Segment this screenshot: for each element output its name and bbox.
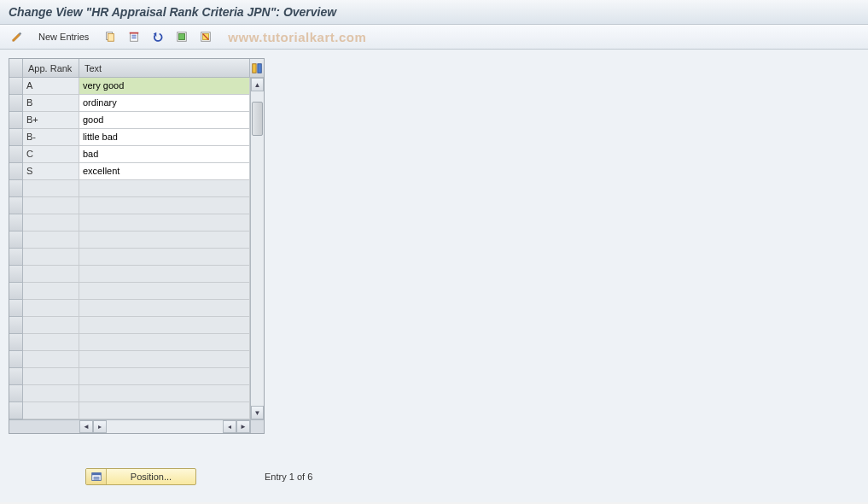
table-row	[9, 317, 250, 334]
horizontal-scrollbar[interactable]: ◄ ▸ ◂ ►	[79, 419, 250, 433]
scroll-left-icon[interactable]: ◄	[79, 420, 93, 433]
scroll-track[interactable]	[251, 91, 264, 406]
position-button[interactable]: Position...	[85, 468, 196, 485]
grid-configure-icon[interactable]	[250, 59, 264, 78]
cell-text[interactable]	[79, 197, 250, 214]
hscroll-spacer	[9, 419, 79, 433]
vertical-scrollbar[interactable]: ▲ ▼	[250, 78, 264, 419]
cell-text[interactable]	[79, 351, 250, 368]
cell-rank[interactable]: B	[23, 95, 79, 112]
cell-text[interactable]: bad	[79, 146, 250, 163]
table-row	[9, 197, 250, 214]
cell-rank[interactable]	[23, 231, 79, 249]
cell-text[interactable]: good	[79, 112, 250, 129]
row-selector[interactable]	[9, 146, 23, 163]
scroll-left-inner-icon[interactable]: ▸	[93, 420, 107, 433]
grid-select-all-corner[interactable]	[9, 59, 23, 78]
scroll-right-icon[interactable]: ►	[236, 420, 250, 433]
deselect-all-icon[interactable]	[195, 28, 216, 45]
row-selector[interactable]	[9, 266, 23, 283]
cell-rank[interactable]	[23, 351, 79, 368]
cell-rank[interactable]	[23, 385, 79, 402]
grid-body: Avery goodBordinaryB+goodB-little badCba…	[9, 78, 250, 419]
cell-rank[interactable]	[23, 334, 79, 351]
row-selector[interactable]	[9, 334, 23, 351]
content-area: App. Rank Text Avery goodBordinaryB+good…	[0, 50, 868, 502]
cell-text[interactable]	[79, 317, 250, 334]
row-selector[interactable]	[9, 231, 23, 249]
column-header-rank[interactable]: App. Rank	[23, 59, 79, 78]
column-header-text[interactable]: Text	[79, 59, 250, 78]
table-row: Cbad	[9, 146, 250, 163]
svg-rect-5	[179, 34, 185, 40]
cell-text[interactable]: excellent	[79, 163, 250, 180]
toggle-change-icon[interactable]	[7, 28, 27, 45]
hscroll-track[interactable]	[107, 420, 223, 433]
cell-text[interactable]: little bad	[79, 129, 250, 146]
table-row	[9, 266, 250, 283]
row-selector[interactable]	[9, 129, 23, 146]
scroll-right-inner-icon[interactable]: ◂	[223, 420, 236, 433]
cell-rank[interactable]	[23, 197, 79, 214]
undo-icon[interactable]	[148, 28, 168, 45]
cell-rank[interactable]	[23, 300, 79, 317]
cell-rank[interactable]	[23, 368, 79, 385]
cell-text[interactable]	[79, 402, 250, 419]
table-row: Bordinary	[9, 95, 250, 112]
data-grid: App. Rank Text Avery goodBordinaryB+good…	[9, 58, 265, 434]
new-entries-button[interactable]: New Entries	[31, 28, 96, 45]
cell-rank[interactable]: C	[23, 146, 79, 163]
row-selector[interactable]	[9, 197, 23, 214]
scroll-thumb[interactable]	[252, 102, 263, 136]
svg-rect-11	[91, 473, 101, 476]
cell-rank[interactable]	[23, 317, 79, 334]
cell-rank[interactable]	[23, 266, 79, 283]
cell-rank[interactable]	[23, 402, 79, 419]
svg-rect-13	[93, 478, 99, 479]
scroll-up-icon[interactable]: ▲	[251, 78, 264, 91]
copy-icon[interactable]	[100, 28, 120, 45]
cell-text[interactable]	[79, 368, 250, 385]
cell-rank[interactable]: S	[23, 163, 79, 180]
cell-text[interactable]	[79, 266, 250, 283]
cell-text[interactable]: very good	[79, 78, 250, 95]
row-selector[interactable]	[9, 249, 23, 266]
row-selector[interactable]	[9, 317, 23, 334]
cell-text[interactable]	[79, 214, 250, 231]
row-selector[interactable]	[9, 351, 23, 368]
svg-rect-1	[108, 34, 114, 42]
row-selector[interactable]	[9, 283, 23, 300]
row-selector[interactable]	[9, 95, 23, 112]
cell-rank[interactable]	[23, 214, 79, 231]
row-selector[interactable]	[9, 385, 23, 402]
table-row	[9, 180, 250, 197]
cell-rank[interactable]: B-	[23, 129, 79, 146]
row-selector[interactable]	[9, 112, 23, 129]
cell-text[interactable]	[79, 385, 250, 402]
table-row	[9, 214, 250, 231]
select-all-icon[interactable]	[172, 28, 192, 45]
row-selector[interactable]	[9, 180, 23, 197]
row-selector[interactable]	[9, 214, 23, 231]
cell-text[interactable]	[79, 300, 250, 317]
cell-rank[interactable]: A	[23, 78, 79, 95]
scroll-down-icon[interactable]: ▼	[251, 406, 264, 419]
row-selector[interactable]	[9, 163, 23, 180]
cell-text[interactable]	[79, 283, 250, 300]
table-row	[9, 334, 250, 351]
cell-rank[interactable]	[23, 249, 79, 266]
cell-rank[interactable]	[23, 283, 79, 300]
scroll-corner	[250, 419, 264, 433]
cell-rank[interactable]	[23, 180, 79, 197]
row-selector[interactable]	[9, 402, 23, 419]
cell-text[interactable]	[79, 334, 250, 351]
delete-icon[interactable]	[124, 28, 144, 45]
row-selector[interactable]	[9, 300, 23, 317]
cell-rank[interactable]: B+	[23, 112, 79, 129]
row-selector[interactable]	[9, 78, 23, 95]
cell-text[interactable]	[79, 231, 250, 249]
cell-text[interactable]: ordinary	[79, 95, 250, 112]
cell-text[interactable]	[79, 180, 250, 197]
cell-text[interactable]	[79, 249, 250, 266]
row-selector[interactable]	[9, 368, 23, 385]
